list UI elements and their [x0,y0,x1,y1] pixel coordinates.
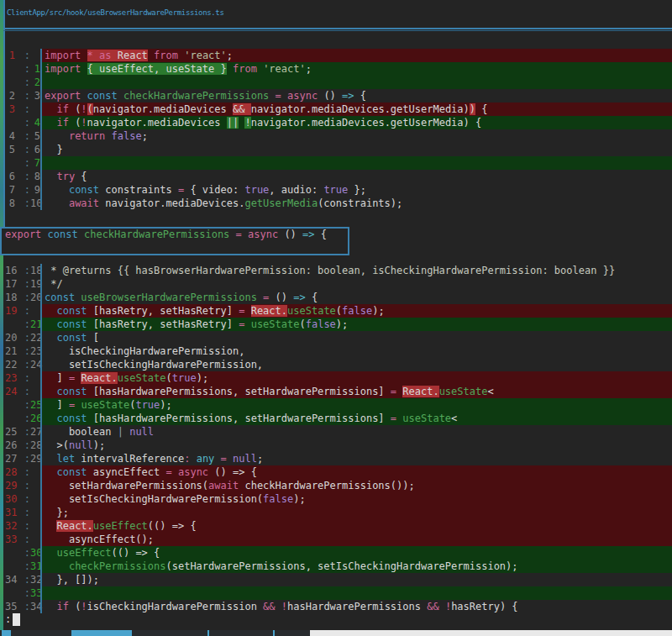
new-line-number: 24 [30,358,40,371]
gutter-colon: : [15,344,30,358]
old-line-number: 35 [5,600,15,613]
hunk-context-line: export const checkHardwarePermissions = … [2,229,348,240]
old-line-number: 20 [5,331,15,344]
old-line-number [5,398,15,412]
diff-hunk-top: 1:import * as React from 'react';:1impor… [3,49,672,210]
diff-line: :7 [3,156,672,170]
new-line-number: 26 [30,412,40,425]
diff-line: 16:18 * @returns {{ hasBrowserHardwarePe… [3,264,672,277]
new-line-number: 8 [30,170,40,183]
code-text: }, []); [40,573,672,586]
old-line-number: 33 [5,533,15,546]
strip-segment [2,630,11,636]
diff-line: 1:import * as React from 'react'; [3,49,672,62]
code-text: asyncEffect(); [40,533,672,546]
code-text: ] = useState(true); [40,398,672,412]
new-line-number [30,49,40,62]
gutter-colon: : [15,331,30,344]
gutter-colon: : [15,412,30,425]
diff-line: 25:27 boolean | null [3,425,672,439]
code-text: if (!navigator.mediaDevices || !navigato… [40,116,672,129]
gutter-colon: : [15,586,30,600]
old-line-number [5,156,15,170]
gutter-colon: : [15,264,30,277]
new-line-number: 27 [30,425,40,439]
new-line-number: 28 [30,439,40,452]
gutter-colon: : [15,129,30,143]
old-line-number: 17 [5,277,15,291]
new-line-number [30,519,40,533]
code-text: */ [40,277,672,291]
diff-line: 29: setHardwarePermissions(await checkHa… [3,479,672,492]
diff-line: 3: if (!(navigator.mediaDevices && navig… [3,102,672,116]
code-text: const [hasHardwarePermissions, setHardwa… [40,385,672,398]
old-line-number: 29 [5,479,15,492]
diff-line: 34:32 }, []); [3,573,672,586]
code-text: return false; [40,129,672,143]
code-text: const [hasHardwarePermissions, setHardwa… [40,412,672,425]
old-line-number: 1 [5,49,15,62]
diff-line: 19: const [hasRetry, setHasRetry] = Reac… [3,304,672,318]
code-text [40,156,672,170]
gutter-colon: : [15,116,30,129]
code-text: if (!isCheckingHardwarePermission && !ha… [40,600,672,613]
old-line-number: 28 [5,465,15,479]
gutter-colon: : [15,600,30,613]
code-text [40,76,672,89]
diff-line: 18:20const useBrowserHardwarePermissions… [3,291,672,304]
titlebar-separator [3,28,672,29]
strip-segment [207,630,209,636]
old-line-number: 32 [5,519,15,533]
code-text: ] = React.useState(true); [40,371,672,385]
gutter-colon: : [15,304,30,318]
strip-segment [310,630,672,636]
old-line-number: 22 [5,358,15,371]
new-line-number: 7 [30,156,40,170]
old-line-number [5,62,15,76]
code-text: setIsCheckingHardwarePermission(false); [40,492,672,506]
diff-line: 6:8 try { [3,170,672,183]
new-line-number: 25 [30,398,40,412]
old-line-number: 34 [5,573,15,586]
code-text: const [hasRetry, setHasRetry] = React.us… [40,304,672,318]
new-line-number: 10 [30,197,40,210]
diff-line: 26:28 >(null); [3,439,672,452]
old-line-number: 2 [5,89,15,102]
new-line-number [30,371,40,385]
old-line-number: 27 [5,452,15,465]
old-line-number: 30 [5,492,15,506]
code-text: const [hasRetry, setHasRetry] = useState… [40,318,672,331]
diff-line: 17:19 */ [3,277,672,291]
bottom-edge-strip [0,630,672,636]
gutter-colon: : [15,358,30,371]
code-text: * @returns {{ hasBrowserHardwarePermissi… [40,264,672,277]
cursor-block [13,613,20,626]
code-text: boolean | null [40,425,672,439]
gutter-colon: : [15,102,30,116]
code-text: setHardwarePermissions(await checkHardwa… [40,479,672,492]
old-line-number [5,318,15,331]
old-line-number [5,560,15,573]
code-text: import { useEffect, useState } from 'rea… [40,62,672,76]
gutter-colon: : [15,170,30,183]
code-text: setIsCheckingHardwarePermission, [40,358,672,371]
code-text: const useBrowserHardwarePermissions = ()… [40,291,672,304]
command-prompt: : [5,613,11,625]
new-line-number: 5 [30,129,40,143]
gutter-colon: : [15,318,30,331]
diff-line: :1import { useEffect, useState } from 'r… [3,62,672,76]
old-line-number: 21 [5,344,15,358]
diff-line: 23: ] = React.useState(true); [3,371,672,385]
gutter-colon: : [15,560,30,573]
new-line-number [30,385,40,398]
new-line-number [30,465,40,479]
old-line-number [5,412,15,425]
file-path: ClientApp/src/hook/useBrowserHardwarePer… [7,8,224,17]
old-line-number: 19 [5,304,15,318]
gutter-colon: : [15,183,30,197]
gutter-colon: : [15,452,30,465]
old-line-number: 3 [5,102,15,116]
command-line[interactable]: : [5,612,20,626]
terminal-diff-viewer: ClientApp/src/hook/useBrowserHardwarePer… [0,0,672,636]
strip-segment [273,630,275,636]
